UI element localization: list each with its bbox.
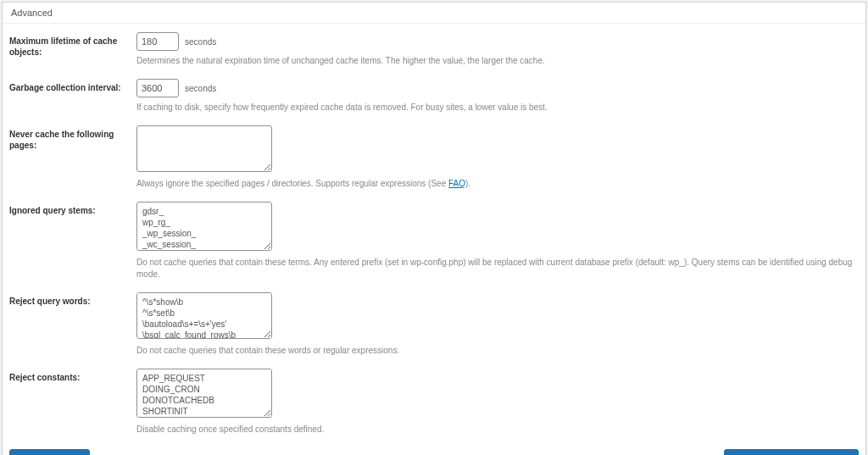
save-purge-button[interactable]: Save Settings & Purge Caches [724,449,859,455]
label-reject-constants: Reject constants: [9,369,136,383]
label-never-cache: Never cache the following pages: [9,125,136,151]
unit-lifetime: seconds [185,37,216,47]
row-never-cache: Never cache the following pages: Always … [9,125,859,190]
row-lifetime: Maximum lifetime of cache objects: secon… [9,32,859,67]
input-gc[interactable] [136,79,179,97]
label-reject-words: Reject query words: [9,292,136,307]
panel-title: Advanced [3,3,865,24]
input-lifetime[interactable] [136,32,179,51]
control-query-stems: Do not cache queries that contain these … [136,202,859,280]
unit-gc: seconds [185,84,216,93]
control-gc: seconds If caching to disk, specify how … [136,79,859,114]
textarea-query-stems[interactable] [136,202,272,251]
row-reject-constants: Reject constants: Disable caching once s… [9,369,859,436]
control-never-cache: Always ignore the specified pages / dire… [136,125,859,190]
row-reject-words: Reject query words: Do not cache queries… [9,292,859,357]
save-all-button[interactable]: Save all settings [9,449,90,455]
textarea-reject-constants[interactable] [136,369,272,418]
row-query-stems: Ignored query stems: Do not cache querie… [9,202,859,280]
label-lifetime: Maximum lifetime of cache objects: [9,32,136,58]
help-gc: If caching to disk, specify how frequent… [136,102,859,114]
textarea-never-cache[interactable] [136,125,272,172]
help-lifetime: Determines the natural expiration time o… [136,55,859,67]
help-reject-constants: Disable caching once specified constants… [136,424,859,436]
advanced-panel: Advanced Maximum lifetime of cache objec… [2,2,866,455]
control-reject-words: Do not cache queries that contain these … [136,292,859,357]
control-reject-constants: Disable caching once specified constants… [136,369,859,436]
textarea-reject-words[interactable] [136,292,272,339]
row-gc: Garbage collection interval: seconds If … [9,79,859,114]
panel-body: Maximum lifetime of cache objects: secon… [3,24,865,455]
label-query-stems: Ignored query stems: [9,202,136,216]
help-query-stems: Do not cache queries that contain these … [136,257,859,280]
help-never-cache: Always ignore the specified pages / dire… [136,178,859,190]
footer-row: Save all settings Save Settings & Purge … [9,447,859,455]
faq-link[interactable]: FAQ [448,179,465,188]
label-gc: Garbage collection interval: [9,79,136,93]
help-reject-words: Do not cache queries that contain these … [136,345,859,357]
help-never-cache-post: ). [465,179,470,188]
control-lifetime: seconds Determines the natural expiratio… [136,32,859,67]
help-never-cache-pre: Always ignore the specified pages / dire… [136,179,448,188]
